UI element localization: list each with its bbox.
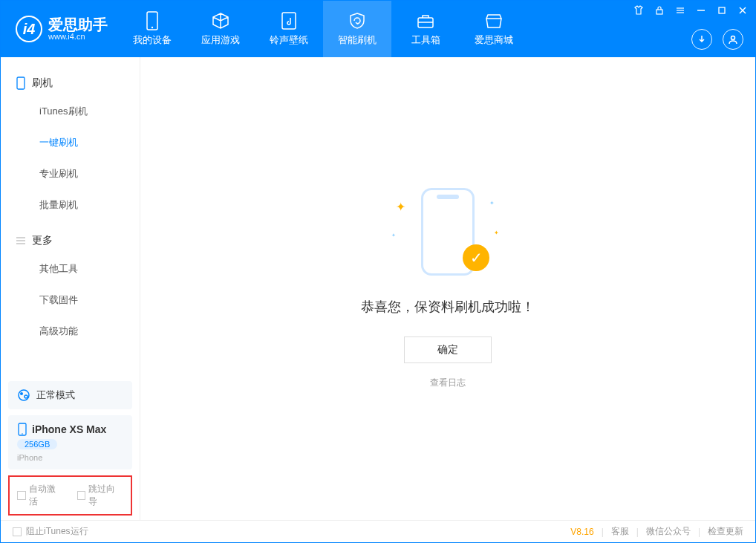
tab-store[interactable]: 爱思商城 bbox=[460, 1, 528, 57]
sidebar-item-pro-flash[interactable]: 专业刷机 bbox=[1, 158, 140, 189]
tab-label: 铃声壁纸 bbox=[270, 33, 308, 47]
ok-button[interactable]: 确定 bbox=[404, 336, 492, 363]
svg-rect-2 bbox=[282, 13, 296, 29]
list-icon bbox=[16, 235, 26, 246]
svg-point-20 bbox=[25, 395, 27, 398]
svg-point-19 bbox=[20, 392, 23, 395]
mode-icon bbox=[17, 388, 30, 402]
tab-label: 爱思商城 bbox=[475, 33, 513, 47]
maximize-button[interactable] bbox=[717, 5, 727, 16]
store-icon bbox=[484, 11, 504, 30]
sidebar-section-more: 更多 bbox=[1, 228, 140, 253]
app-logo: i4 爱思助手 www.i4.cn bbox=[1, 1, 118, 57]
sparkle-icon: ✦ bbox=[391, 233, 399, 240]
minimize-button[interactable] bbox=[696, 5, 706, 16]
device-name: iPhone XS Max bbox=[32, 423, 106, 435]
sidebar-item-batch-flash[interactable]: 批量刷机 bbox=[1, 189, 140, 221]
mode-box[interactable]: 正常模式 bbox=[8, 381, 132, 409]
svg-point-13 bbox=[731, 36, 735, 40]
checkbox-icon bbox=[17, 491, 26, 500]
checkbox-label: 阻止iTunes运行 bbox=[26, 525, 88, 538]
checkbox-auto-activate[interactable]: 自动激活 bbox=[17, 483, 64, 508]
download-button[interactable] bbox=[691, 29, 712, 50]
tab-smart-flash[interactable]: 智能刷机 bbox=[323, 1, 391, 57]
sparkle-icon: ✦ bbox=[494, 230, 501, 237]
svg-rect-14 bbox=[17, 77, 25, 89]
phone-icon bbox=[143, 11, 162, 30]
cube-icon bbox=[211, 11, 230, 30]
main-tabs: 我的设备 应用游戏 铃声壁纸 智能刷机 工具箱 爱思商城 bbox=[118, 1, 528, 57]
svg-rect-10 bbox=[719, 7, 725, 13]
menu-icon[interactable] bbox=[675, 5, 685, 16]
sidebar-item-other-tools[interactable]: 其他工具 bbox=[1, 253, 140, 284]
tab-label: 应用游戏 bbox=[201, 33, 240, 47]
checkbox-icon bbox=[77, 491, 86, 500]
refresh-shield-icon bbox=[348, 11, 367, 30]
sidebar-item-oneclick-flash[interactable]: 一键刷机 bbox=[1, 127, 140, 158]
tab-label: 工具箱 bbox=[411, 33, 440, 47]
highlighted-checkbox-row: 自动激活 跳过向导 bbox=[8, 475, 132, 516]
sidebar: 刷机 iTunes刷机 一键刷机 专业刷机 批量刷机 更多 其他工具 下载固件 … bbox=[1, 57, 140, 520]
device-icon bbox=[17, 423, 27, 436]
tab-ringtone-wallpaper[interactable]: 铃声壁纸 bbox=[255, 1, 323, 57]
storage-badge: 256GB bbox=[17, 439, 57, 449]
checkbox-skip-guide[interactable]: 跳过向导 bbox=[77, 483, 124, 508]
sparkle-icon: ✦ bbox=[489, 200, 497, 207]
header: i4 爱思助手 www.i4.cn 我的设备 应用游戏 铃声壁纸 智能刷机 工具… bbox=[1, 1, 755, 57]
user-button[interactable] bbox=[723, 29, 743, 50]
device-small-icon bbox=[16, 77, 26, 90]
svg-rect-5 bbox=[656, 10, 662, 14]
sparkle-icon: ✦ bbox=[396, 200, 403, 207]
section-label: 刷机 bbox=[32, 77, 53, 90]
tab-label: 智能刷机 bbox=[338, 33, 377, 47]
sidebar-item-advanced[interactable]: 高级功能 bbox=[1, 316, 140, 347]
tab-apps-games[interactable]: 应用游戏 bbox=[186, 1, 255, 57]
checkbox-label: 自动激活 bbox=[29, 483, 64, 508]
check-badge-icon: ✓ bbox=[463, 244, 489, 271]
app-title: 爱思助手 bbox=[48, 17, 108, 32]
lock-icon[interactable] bbox=[654, 5, 665, 16]
success-message: 恭喜您，保资料刷机成功啦！ bbox=[361, 298, 535, 316]
main-content: ✦ ✦ ✦ ✦ ✓ 恭喜您，保资料刷机成功啦！ 确定 查看日志 bbox=[140, 57, 755, 520]
svg-point-18 bbox=[19, 390, 29, 400]
checkbox-icon bbox=[13, 527, 22, 536]
section-label: 更多 bbox=[32, 234, 53, 247]
footer: 阻止iTunes运行 V8.16 | 客服 | 微信公众号 | 检查更新 bbox=[1, 520, 755, 542]
close-button[interactable] bbox=[737, 5, 748, 16]
footer-wechat-link[interactable]: 微信公众号 bbox=[646, 525, 691, 538]
checkbox-label: 跳过向导 bbox=[88, 483, 123, 508]
footer-support-link[interactable]: 客服 bbox=[611, 525, 629, 538]
success-illustration: ✦ ✦ ✦ ✦ ✓ bbox=[396, 188, 500, 277]
svg-point-1 bbox=[151, 27, 153, 28]
header-right-buttons bbox=[691, 29, 743, 50]
device-type: iPhone bbox=[17, 453, 123, 462]
tab-my-device[interactable]: 我的设备 bbox=[118, 1, 186, 57]
tab-toolbox[interactable]: 工具箱 bbox=[391, 1, 460, 57]
checkbox-block-itunes[interactable]: 阻止iTunes运行 bbox=[13, 525, 88, 538]
mode-label: 正常模式 bbox=[36, 388, 75, 402]
window-controls bbox=[633, 5, 748, 16]
version-label: V8.16 bbox=[570, 527, 593, 537]
svg-point-22 bbox=[22, 433, 23, 435]
toolbox-icon bbox=[416, 11, 435, 30]
footer-update-link[interactable]: 检查更新 bbox=[708, 525, 743, 538]
tab-label: 我的设备 bbox=[133, 33, 172, 47]
shirt-icon[interactable] bbox=[633, 5, 644, 16]
music-file-icon bbox=[279, 11, 299, 30]
sidebar-item-download-firmware[interactable]: 下载固件 bbox=[1, 284, 140, 316]
device-box[interactable]: iPhone XS Max 256GB iPhone bbox=[8, 415, 132, 469]
app-subtitle: www.i4.cn bbox=[48, 32, 108, 41]
sidebar-section-flash: 刷机 bbox=[1, 71, 140, 96]
logo-icon: i4 bbox=[16, 16, 42, 42]
sidebar-item-itunes-flash[interactable]: iTunes刷机 bbox=[1, 96, 140, 127]
view-log-link[interactable]: 查看日志 bbox=[430, 377, 466, 389]
body: 刷机 iTunes刷机 一键刷机 专业刷机 批量刷机 更多 其他工具 下载固件 … bbox=[1, 57, 755, 520]
